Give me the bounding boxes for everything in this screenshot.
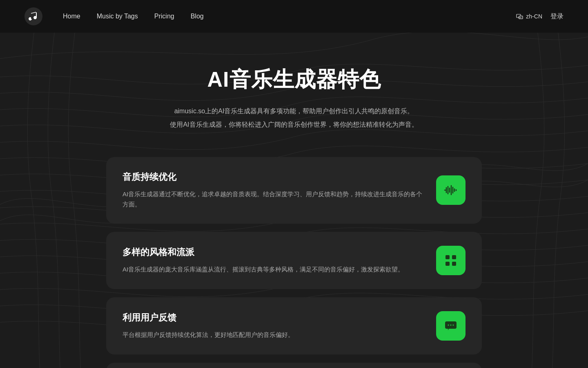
nav-link-music-by-tags[interactable]: Music by Tags (97, 13, 138, 20)
feature-title-styles: 多样的风格和流派 (122, 246, 424, 258)
navbar-left: Home Music by Tags Pricing Blog (24, 7, 204, 25)
nav-links: Home Music by Tags Pricing Blog (63, 13, 204, 20)
nav-item-home[interactable]: Home (63, 13, 80, 20)
feature-text-feedback: 利用用户反馈 平台根据用户反馈持续优化算法，更好地匹配用户的音乐偏好。 (122, 312, 424, 340)
chat-icon (443, 318, 459, 334)
navbar: Home Music by Tags Pricing Blog CN zh-CN… (0, 0, 588, 33)
feature-card-quality: 音质持续优化 AI音乐生成器通过不断优化，追求卓越的音质表现。结合深度学习、用户… (106, 157, 482, 224)
feature-icon-quality (436, 175, 466, 205)
logo[interactable] (24, 7, 42, 25)
svg-text:CN: CN (518, 16, 521, 19)
feature-desc-quality: AI音乐生成器通过不断优化，追求卓越的音质表现。结合深度学习、用户反馈和趋势，持… (122, 189, 424, 210)
feature-title-quality: 音质持续优化 (122, 171, 424, 183)
nav-item-music-by-tags[interactable]: Music by Tags (97, 13, 138, 20)
feature-desc-feedback: 平台根据用户反馈持续优化算法，更好地匹配用户的音乐偏好。 (122, 330, 424, 340)
feature-icon-feedback (436, 311, 466, 341)
svg-point-10 (450, 324, 452, 325)
svg-point-0 (24, 7, 42, 25)
svg-rect-7 (452, 262, 456, 266)
navbar-right: CN zh-CN 登录 (516, 12, 564, 21)
nav-item-blog[interactable]: Blog (191, 13, 204, 20)
feature-desc-styles: AI音乐生成器的庞大音乐库涵盖从流行、摇滚到古典等多种风格，满足不同的音乐偏好，… (122, 264, 424, 275)
login-button[interactable]: 登录 (550, 12, 564, 21)
nav-link-home[interactable]: Home (63, 13, 80, 20)
language-switcher[interactable]: CN zh-CN (516, 13, 542, 20)
feature-card-feedback: 利用用户反馈 平台根据用户反馈持续优化算法，更好地匹配用户的音乐偏好。 (106, 297, 482, 355)
svg-rect-5 (452, 255, 456, 259)
main-content: AI音乐生成器特色 aimusic.so上的AI音乐生成器具有多项功能，帮助用户… (0, 33, 588, 368)
hero-title: AI音乐生成器特色 (8, 65, 580, 94)
feature-text-quality: 音质持续优化 AI音乐生成器通过不断优化，追求卓越的音质表现。结合深度学习、用户… (122, 171, 424, 210)
svg-point-11 (453, 324, 454, 325)
svg-point-9 (448, 324, 449, 325)
hero-section: AI音乐生成器特色 aimusic.so上的AI音乐生成器具有多项功能，帮助用户… (0, 57, 588, 157)
feature-card-share: 便捷的社交分享与高级水印 分享你的AI生成音乐非常简单，你可以轻松地将作品发布到… (106, 363, 482, 368)
svg-rect-4 (445, 255, 450, 259)
grid-icon (443, 253, 459, 268)
feature-icon-styles (436, 246, 466, 275)
feature-text-styles: 多样的风格和流派 AI音乐生成器的庞大音乐库涵盖从流行、摇滚到古典等多种风格，满… (122, 246, 424, 275)
nav-link-pricing[interactable]: Pricing (154, 13, 174, 20)
hero-desc-line2: 使用AI音乐生成器，你将轻松进入广阔的音乐创作世界，将你的想法精准转化为声音。 (155, 119, 433, 131)
globe-icon: CN (516, 13, 523, 20)
svg-rect-6 (445, 262, 450, 266)
waveform-icon (443, 182, 459, 198)
hero-description: aimusic.so上的AI音乐生成器具有多项功能，帮助用户创作出引人共鸣的原创… (155, 105, 433, 131)
features-list: 音质持续优化 AI音乐生成器通过不断优化，追求卓越的音质表现。结合深度学习、用户… (94, 157, 494, 368)
nav-link-blog[interactable]: Blog (191, 13, 204, 20)
feature-card-styles: 多样的风格和流派 AI音乐生成器的庞大音乐库涵盖从流行、摇滚到古典等多种风格，满… (106, 232, 482, 289)
nav-item-pricing[interactable]: Pricing (154, 13, 174, 20)
hero-desc-line1: aimusic.so上的AI音乐生成器具有多项功能，帮助用户创作出引人共鸣的原创… (155, 105, 433, 117)
feature-title-feedback: 利用用户反馈 (122, 312, 424, 324)
language-label: zh-CN (526, 13, 542, 20)
